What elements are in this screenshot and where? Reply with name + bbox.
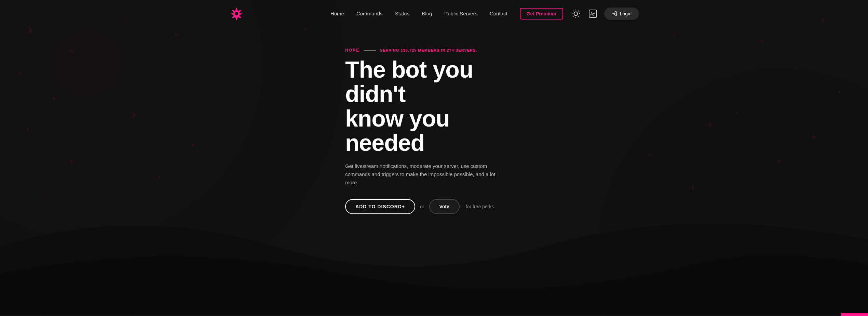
nav-right: A Z Login [570, 8, 639, 20]
hero-title: The bot you didn't know you needed [345, 57, 530, 155]
theme-toggle-button[interactable] [570, 8, 582, 19]
svg-line-5 [578, 16, 579, 17]
hero-section: HOPE SERVING 136,725 MEMBERS IN 274 SERV… [0, 27, 868, 214]
members-count: 136,725 [401, 48, 417, 52]
hero-tagline: HOPE SERVING 136,725 MEMBERS IN 274 SERV… [345, 48, 530, 53]
nav-item-status[interactable]: Status [395, 11, 410, 17]
translate-icon: A Z [588, 9, 597, 18]
sun-icon [571, 9, 580, 18]
nav-link-commands[interactable]: Commands [356, 11, 383, 16]
hero-title-line1: The bot you didn't [345, 56, 473, 107]
pink-bottom-bar [841, 313, 868, 316]
tagline-line [364, 50, 376, 51]
hero-actions: ADD TO DISCORD+ or Vote for free perks. [345, 199, 530, 214]
svg-text:Z: Z [593, 13, 595, 17]
vote-button[interactable]: Vote [429, 199, 460, 214]
nav-item-public-servers[interactable]: Public Servers [444, 11, 477, 17]
login-label: Login [620, 11, 632, 16]
svg-point-1 [574, 12, 578, 16]
nav-link-blog[interactable]: Blog [422, 11, 432, 16]
nav-item-home[interactable]: Home [330, 11, 344, 17]
free-perks-label: for free perks. [466, 204, 495, 209]
servers-count: 274 [447, 48, 454, 52]
svg-line-9 [578, 11, 579, 12]
svg-line-8 [573, 16, 573, 17]
svg-point-0 [235, 12, 238, 15]
nav-link-home[interactable]: Home [330, 11, 344, 16]
servers-suffix: SERVERS. [454, 48, 477, 52]
nav-link-status[interactable]: Status [395, 11, 410, 16]
nav-item-blog[interactable]: Blog [422, 11, 432, 17]
nav-item-contact[interactable]: Contact [490, 11, 507, 17]
svg-line-4 [573, 11, 573, 12]
logo-icon [229, 6, 244, 21]
add-to-discord-button[interactable]: ADD TO DISCORD+ [345, 199, 415, 214]
logo[interactable] [229, 6, 244, 21]
nav-link-public-servers[interactable]: Public Servers [444, 11, 477, 16]
tagline-brand: HOPE [345, 48, 360, 53]
nav-link-contact[interactable]: Contact [490, 11, 507, 16]
premium-button[interactable]: Get Premium [520, 8, 563, 19]
members-suffix: MEMBERS IN [417, 48, 447, 52]
nav-item-commands[interactable]: Commands [356, 11, 383, 17]
or-separator: or [420, 204, 424, 209]
hero-subtitle: Get livestream notifications, moderate y… [345, 162, 509, 187]
hero-title-line2: know you needed [345, 105, 450, 156]
navbar: Home Commands Status Blog Public Servers… [0, 0, 868, 27]
nav-links: Home Commands Status Blog Public Servers… [330, 11, 507, 17]
tagline-serving: SERVING 136,725 MEMBERS IN 274 SERVERS. [380, 48, 477, 52]
serving-prefix: SERVING [380, 48, 401, 52]
login-icon [612, 11, 617, 16]
language-toggle-button[interactable]: A Z [587, 8, 599, 19]
login-button[interactable]: Login [604, 8, 639, 20]
